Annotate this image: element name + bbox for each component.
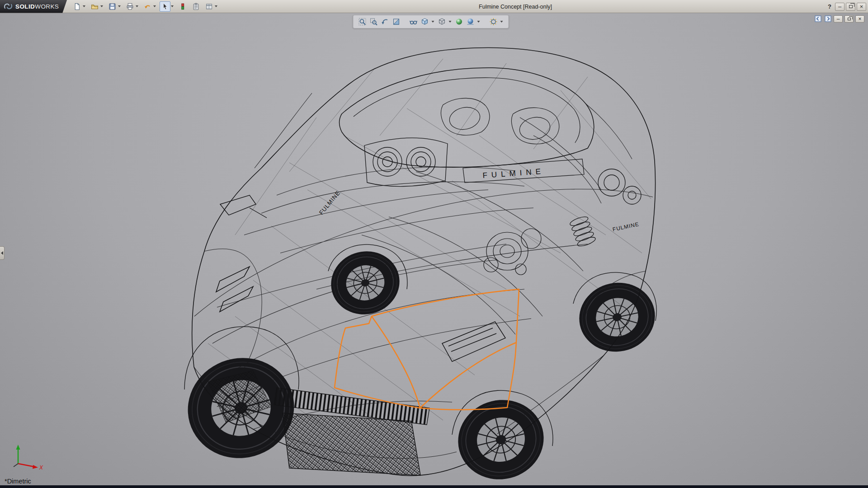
taskbar-strip: [0, 485, 868, 488]
standard-toolbar: [71, 1, 220, 12]
open-dropdown[interactable]: [100, 5, 103, 7]
previous-view-icon: [381, 18, 389, 26]
collapse-left-icon: [815, 15, 821, 22]
appearance-sphere-icon: [455, 18, 463, 26]
window-title: Fulmine Concept [Read-only]: [479, 0, 552, 13]
collapse-right-pane-button[interactable]: [824, 15, 832, 23]
clipboard-icon: [192, 3, 200, 10]
restore-icon: [848, 18, 851, 20]
undo-button[interactable]: [142, 1, 153, 12]
view-settings-button[interactable]: [489, 17, 499, 27]
view-orientation-dropdown[interactable]: [432, 21, 434, 23]
document-close-button[interactable]: ×: [855, 15, 864, 23]
side-mirror: [220, 195, 267, 218]
display-style-button[interactable]: [437, 17, 447, 27]
wireframe-cube-icon: [438, 18, 446, 26]
new-document-icon: [73, 3, 81, 10]
options-dropdown[interactable]: [215, 5, 217, 7]
hide-show-items-button[interactable]: [409, 17, 419, 27]
previous-view-button[interactable]: [380, 17, 390, 27]
options-sheet-icon: [205, 3, 213, 10]
collapse-right-icon: [825, 15, 831, 22]
document-minimize-button[interactable]: –: [834, 15, 843, 23]
save-dropdown[interactable]: [118, 5, 121, 7]
section-view-icon: [392, 18, 401, 26]
view-settings-dropdown[interactable]: [500, 21, 503, 23]
apply-scene-button[interactable]: [466, 17, 476, 27]
new-document-button[interactable]: [71, 1, 82, 12]
minimize-button[interactable]: –: [835, 3, 844, 11]
document-window-controls: – ×: [814, 15, 864, 23]
wireframe-car-model: FULMINE FULMINE FULMINE: [0, 0, 868, 488]
select-dropdown[interactable]: [171, 5, 174, 7]
display-style-dropdown[interactable]: [449, 21, 452, 23]
dash-gauges: [364, 138, 448, 187]
heads-up-view-toolbar: [353, 15, 509, 28]
scene-sphere-icon: [467, 18, 475, 26]
collapse-arrow-icon: [1, 251, 3, 255]
document-properties-button[interactable]: [190, 1, 201, 12]
select-cursor-icon: [161, 3, 169, 10]
undo-icon: [144, 3, 151, 10]
decal-side-right: FULMINE: [612, 221, 640, 233]
open-folder-icon: [91, 3, 99, 10]
display-toggle-button[interactable]: [177, 1, 188, 12]
grille-mesh: [283, 413, 420, 475]
rear-lamps: [598, 169, 641, 204]
featuremanager-collapse-tab[interactable]: [0, 246, 5, 260]
window-titlebar[interactable]: SOLIDWORKS: [0, 0, 868, 13]
headlight-chevrons: [216, 267, 253, 312]
view-orientation-button[interactable]: [420, 17, 430, 27]
print-icon: [126, 3, 134, 10]
help-button[interactable]: ?: [826, 3, 834, 11]
restore-icon: [849, 5, 853, 8]
print-button[interactable]: [124, 1, 135, 12]
seats: [441, 98, 559, 144]
zoom-to-area-button[interactable]: [369, 17, 379, 27]
triad-x-label: X: [39, 465, 43, 470]
open-button[interactable]: [89, 1, 100, 12]
collapse-left-pane-button[interactable]: [814, 15, 822, 23]
wheel-rear-right: [573, 276, 661, 359]
zoom-to-area-icon: [370, 18, 378, 26]
orientation-cube-icon: [421, 18, 429, 26]
suspension-coil: [569, 215, 597, 248]
zoom-to-fit-button[interactable]: [358, 17, 368, 27]
glasses-icon: [410, 18, 418, 26]
document-restore-button[interactable]: [844, 15, 854, 23]
options-button[interactable]: [203, 1, 214, 12]
solidworks-brand: SOLIDWORKS: [0, 0, 67, 13]
center-lamp: [442, 322, 505, 361]
view-orientation-label: *Dimetric: [5, 478, 31, 485]
graphics-viewport[interactable]: FULMINE FULMINE FULMINE: [0, 0, 868, 485]
apply-scene-dropdown[interactable]: [477, 21, 480, 23]
select-button[interactable]: [160, 1, 170, 12]
view-settings-icon: [490, 18, 498, 26]
zoom-to-fit-icon: [359, 18, 367, 26]
red-green-toggle-icon: [179, 3, 187, 10]
new-document-dropdown[interactable]: [83, 5, 85, 7]
roof-inner-line: [354, 78, 580, 143]
decal-side-left: FULMINE: [318, 189, 342, 216]
undo-dropdown[interactable]: [153, 5, 156, 7]
close-button[interactable]: ×: [857, 3, 866, 11]
section-view-button[interactable]: [392, 17, 401, 27]
print-dropdown[interactable]: [136, 5, 138, 7]
orientation-triad: X: [12, 443, 44, 470]
save-button[interactable]: [107, 1, 118, 12]
brand-name: SOLIDWORKS: [15, 3, 59, 10]
edit-appearance-button[interactable]: [454, 17, 464, 27]
window-controls: ? – ×: [826, 0, 866, 13]
dassault-3ds-logo-icon: [4, 2, 13, 10]
roof-opening: [340, 68, 594, 167]
restore-button[interactable]: [846, 3, 855, 11]
save-icon: [108, 3, 116, 10]
